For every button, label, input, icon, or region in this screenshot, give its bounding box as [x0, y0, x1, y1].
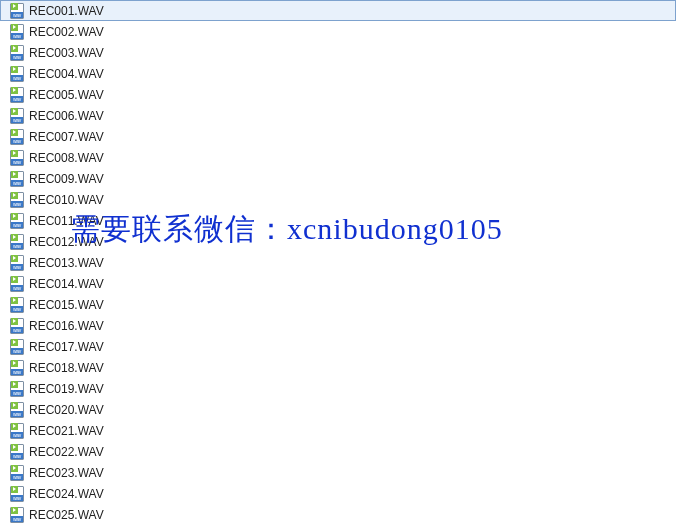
wav-file-icon: wav: [10, 444, 24, 460]
file-row[interactable]: wavREC013.WAV: [0, 252, 676, 273]
file-name: REC007.WAV: [29, 131, 104, 143]
file-row[interactable]: wavREC008.WAV: [0, 147, 676, 168]
wav-file-icon: wav: [10, 213, 24, 229]
file-name: REC014.WAV: [29, 278, 104, 290]
wav-file-icon: wav: [10, 381, 24, 397]
file-name: REC019.WAV: [29, 383, 104, 395]
file-row[interactable]: wavREC023.WAV: [0, 462, 676, 483]
wav-file-icon: wav: [10, 129, 24, 145]
file-name: REC023.WAV: [29, 467, 104, 479]
file-name: REC025.WAV: [29, 509, 104, 521]
file-name: REC018.WAV: [29, 362, 104, 374]
wav-file-icon: wav: [10, 507, 24, 523]
file-row[interactable]: wavREC025.WAV: [0, 504, 676, 525]
file-row[interactable]: wavREC019.WAV: [0, 378, 676, 399]
wav-file-icon: wav: [10, 24, 24, 40]
file-name: REC011.WAV: [29, 215, 104, 227]
wav-file-icon: wav: [10, 171, 24, 187]
file-row[interactable]: wavREC020.WAV: [0, 399, 676, 420]
wav-file-icon: wav: [10, 66, 24, 82]
file-name: REC024.WAV: [29, 488, 104, 500]
file-row[interactable]: wavREC001.WAV: [0, 0, 676, 21]
file-list[interactable]: wavREC001.WAVwavREC002.WAVwavREC003.WAVw…: [0, 0, 676, 525]
wav-file-icon: wav: [10, 234, 24, 250]
file-name: REC005.WAV: [29, 89, 104, 101]
file-row[interactable]: wavREC002.WAV: [0, 21, 676, 42]
file-name: REC006.WAV: [29, 110, 104, 122]
file-name: REC012.WAV: [29, 236, 104, 248]
wav-file-icon: wav: [10, 297, 24, 313]
file-name: REC003.WAV: [29, 47, 104, 59]
wav-file-icon: wav: [10, 255, 24, 271]
file-name: REC020.WAV: [29, 404, 104, 416]
file-list-pane: { "selected_index": 0, "icon_label": "wa…: [0, 0, 676, 527]
wav-file-icon: wav: [10, 192, 24, 208]
wav-file-icon: wav: [10, 3, 24, 19]
wav-file-icon: wav: [10, 318, 24, 334]
file-name: REC016.WAV: [29, 320, 104, 332]
wav-file-icon: wav: [10, 45, 24, 61]
file-row[interactable]: wavREC011.WAV: [0, 210, 676, 231]
wav-file-icon: wav: [10, 465, 24, 481]
file-name: REC017.WAV: [29, 341, 104, 353]
file-row[interactable]: wavREC012.WAV: [0, 231, 676, 252]
wav-file-icon: wav: [10, 339, 24, 355]
wav-file-icon: wav: [10, 87, 24, 103]
wav-file-icon: wav: [10, 423, 24, 439]
wav-file-icon: wav: [10, 150, 24, 166]
file-row[interactable]: wavREC015.WAV: [0, 294, 676, 315]
file-row[interactable]: wavREC010.WAV: [0, 189, 676, 210]
file-name: REC022.WAV: [29, 446, 104, 458]
file-row[interactable]: wavREC024.WAV: [0, 483, 676, 504]
wav-file-icon: wav: [10, 108, 24, 124]
file-row[interactable]: wavREC014.WAV: [0, 273, 676, 294]
file-name: REC013.WAV: [29, 257, 104, 269]
file-row[interactable]: wavREC016.WAV: [0, 315, 676, 336]
file-row[interactable]: wavREC003.WAV: [0, 42, 676, 63]
wav-file-icon: wav: [10, 360, 24, 376]
file-name: REC015.WAV: [29, 299, 104, 311]
file-row[interactable]: wavREC009.WAV: [0, 168, 676, 189]
wav-file-icon: wav: [10, 402, 24, 418]
file-name: REC008.WAV: [29, 152, 104, 164]
file-name: REC001.WAV: [29, 5, 104, 17]
wav-file-icon: wav: [10, 276, 24, 292]
file-row[interactable]: wavREC018.WAV: [0, 357, 676, 378]
file-name: REC004.WAV: [29, 68, 104, 80]
file-row[interactable]: wavREC022.WAV: [0, 441, 676, 462]
file-name: REC021.WAV: [29, 425, 104, 437]
file-name: REC002.WAV: [29, 26, 104, 38]
file-row[interactable]: wavREC021.WAV: [0, 420, 676, 441]
file-row[interactable]: wavREC006.WAV: [0, 105, 676, 126]
file-name: REC010.WAV: [29, 194, 104, 206]
file-row[interactable]: wavREC004.WAV: [0, 63, 676, 84]
file-row[interactable]: wavREC017.WAV: [0, 336, 676, 357]
wav-file-icon: wav: [10, 486, 24, 502]
file-row[interactable]: wavREC007.WAV: [0, 126, 676, 147]
file-row[interactable]: wavREC005.WAV: [0, 84, 676, 105]
file-name: REC009.WAV: [29, 173, 104, 185]
